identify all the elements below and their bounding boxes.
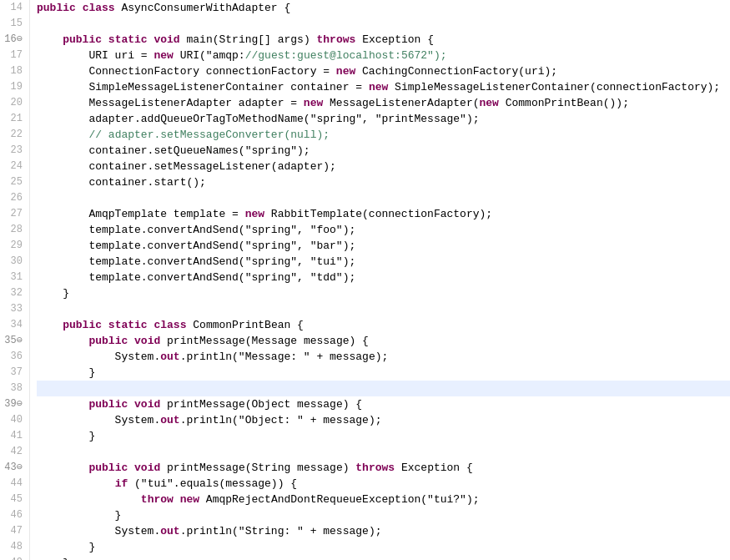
code-line: public static void main(String[] args) t… [37, 32, 730, 48]
line-number: 41 [3, 428, 23, 444]
line-number: 23 [3, 143, 23, 159]
code-line [37, 301, 730, 317]
line-number: 46 [3, 507, 23, 523]
code-line [37, 190, 730, 206]
line-number: 37 [3, 365, 23, 381]
code-line: container.start(); [37, 174, 730, 190]
line-number: 29 [3, 238, 23, 254]
code-line: adapter.addQueueOrTagToMethodName("sprin… [37, 111, 730, 127]
line-number: 27 [3, 206, 23, 222]
line-number: 26 [3, 190, 23, 206]
code-line: template.convertAndSend("spring", "tui")… [37, 254, 730, 270]
line-number: 43⊖ [3, 460, 23, 476]
line-number: 22 [3, 127, 23, 143]
line-number: 45 [3, 492, 23, 507]
line-number: 36 [3, 349, 23, 365]
line-number: 34 [3, 317, 23, 333]
line-number: 32 [3, 285, 23, 301]
code-line: AmqpTemplate template = new RabbitTempla… [37, 206, 730, 222]
line-number: 38 [3, 381, 23, 396]
line-number-gutter: 141516⊖171819202122232425262728293031323… [0, 0, 30, 560]
code-line: System.out.println("Message: " + message… [37, 349, 730, 365]
line-number: 17 [3, 48, 23, 63]
code-line: // adapter.setMessageConverter(null); [37, 127, 730, 143]
code-line: public void printMessage(Message message… [37, 333, 730, 349]
line-number: 47 [3, 523, 23, 539]
code-line: } [37, 365, 730, 381]
line-number: 40 [3, 412, 23, 428]
code-line: SimpleMessageListenerContainer container… [37, 79, 730, 95]
code-editor: 141516⊖171819202122232425262728293031323… [0, 0, 730, 560]
line-number: 33 [3, 301, 23, 317]
line-number: 25 [3, 174, 23, 190]
code-line: System.out.println("String: " + message)… [37, 523, 730, 539]
code-line: template.convertAndSend("spring", "foo")… [37, 222, 730, 238]
code-line: public static class CommonPrintBean { [37, 317, 730, 333]
line-number: 16⊖ [3, 32, 23, 48]
code-line: container.setMessageListener(adapter); [37, 159, 730, 174]
code-line: URI uri = new URI("amqp://guest:guest@lo… [37, 48, 730, 63]
code-line: public void printMessage(Object message)… [37, 396, 730, 412]
line-number: 35⊖ [3, 333, 23, 349]
code-line: public class AsyncConsumerWithAdapter { [37, 0, 730, 16]
code-line: } [37, 285, 730, 301]
code-line: template.convertAndSend("spring", "tdd")… [37, 270, 730, 285]
code-line: throw new AmqpRejectAndDontRequeueExcept… [37, 492, 730, 507]
line-number: 31 [3, 270, 23, 285]
line-number: 49 [3, 555, 23, 560]
line-number: 15 [3, 16, 23, 32]
line-number: 28 [3, 222, 23, 238]
line-number: 30 [3, 254, 23, 270]
line-number: 19 [3, 79, 23, 95]
line-number: 44 [3, 476, 23, 492]
line-number: 24 [3, 159, 23, 174]
code-line: } [37, 539, 730, 555]
code-content[interactable]: public class AsyncConsumerWithAdapter { … [30, 0, 730, 560]
code-line [37, 16, 730, 32]
line-number: 18 [3, 63, 23, 79]
code-line: } [37, 555, 730, 560]
code-line: } [37, 428, 730, 444]
code-line: public void printMessage(String message)… [37, 460, 730, 476]
line-number: 39⊖ [3, 396, 23, 412]
code-line: } [37, 507, 730, 523]
code-line: ConnectionFactory connectionFactory = ne… [37, 63, 730, 79]
code-line: container.setQueueNames("spring"); [37, 143, 730, 159]
line-number: 48 [3, 539, 23, 555]
code-line: if ("tui".equals(message)) { [37, 476, 730, 492]
code-line [37, 381, 730, 396]
line-number: 21 [3, 111, 23, 127]
line-number: 42 [3, 444, 23, 460]
code-line: System.out.println("Object: " + message)… [37, 412, 730, 428]
line-number: 14 [3, 0, 23, 16]
code-line: MessageListenerAdapter adapter = new Mes… [37, 95, 730, 111]
code-line [37, 444, 730, 460]
code-line: template.convertAndSend("spring", "bar")… [37, 238, 730, 254]
line-number: 20 [3, 95, 23, 111]
